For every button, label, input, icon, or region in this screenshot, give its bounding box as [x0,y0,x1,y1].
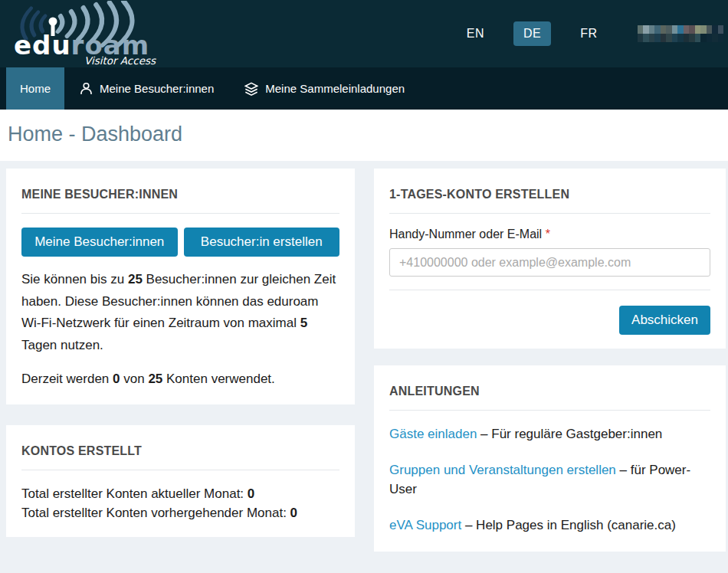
visitor-limit-text: Sie können bis zu 25 Besucher:innen zur … [21,269,339,356]
submit-button[interactable]: Abschicken [619,306,710,335]
required-asterisk: * [546,228,550,241]
used-accounts-count: 0 [113,372,120,386]
nav-item-bulk-invitations[interactable]: Meine Sammeleinladungen [229,67,420,110]
divider [21,213,339,214]
nav-item-home[interactable]: Home [6,67,64,110]
form-divider [389,290,710,290]
guide-item-groups-events: Gruppen und Veranstaltungen erstellen – … [389,460,710,499]
total-accounts-count: 25 [148,372,162,386]
page-title: Home - Dashboard [8,123,720,146]
main-nav: Home Meine Besucher:innen Meine Sammelei… [0,67,728,110]
max-visitors-count: 25 [128,272,143,286]
eva-support-link[interactable]: eVA Support [389,518,461,532]
language-switcher: EN DE FR [459,21,728,46]
divider [21,470,339,470]
title-band: Home - Dashboard [0,110,728,161]
current-month-count: 0 [248,486,254,501]
card-guides: ANLEITUNGEN Gäste einladen – Für regulär… [374,365,726,552]
lang-fr-button[interactable]: FR [572,21,605,46]
nav-home-label: Home [20,82,51,95]
card-accounts-created: KONTOS ERSTELLT Total erstellter Konten … [6,425,355,537]
app-header: eduroam Visitor Access EN DE FR [0,0,728,67]
form-footer: Abschicken [389,306,710,335]
card-my-visitors-heading: MEINE BESUCHER:INNEN [21,188,339,201]
create-visitor-button[interactable]: Besucher:in erstellen [184,228,340,257]
card-guides-heading: ANLEITUNGEN [389,385,710,398]
divider [389,213,710,214]
lang-en-button[interactable]: EN [459,21,492,46]
card-accounts-created-heading: KONTOS ERSTELLT [21,444,339,458]
guide-item-invite-guests: Gäste einladen – Für reguläre Gastgeber:… [389,424,710,444]
previous-month-count: 0 [290,506,297,520]
phone-email-input[interactable] [389,248,710,277]
eduroam-logo-graphic: eduroam Visitor Access [8,1,189,67]
left-column: MEINE BESUCHER:INNEN Meine Besucher:inne… [6,169,355,537]
nav-my-visitors-label: Meine Besucher:innen [100,82,214,95]
my-visitors-button[interactable]: Meine Besucher:innen [21,228,178,257]
stat-current-month: Total erstellter Konten aktueller Monat:… [21,484,339,504]
stat-previous-month: Total erstellter Konten vorhergehender M… [21,503,339,523]
card-one-day-account: 1-TAGES-KONTO ERSTELLEN Handy-Nummer ode… [374,169,726,349]
brand-tagline: Visitor Access [84,54,156,67]
invite-guests-link[interactable]: Gäste einladen [389,427,477,441]
card-my-visitors: MEINE BESUCHER:INNEN Meine Besucher:inne… [6,169,355,404]
right-column: 1-TAGES-KONTO ERSTELLEN Handy-Nummer ode… [374,169,726,552]
nav-bulk-label: Meine Sammeleinladungen [265,82,405,95]
guide-item-eva-support: eVA Support – Help Pages in English (can… [389,516,710,535]
dashboard-content: MEINE BESUCHER:INNEN Meine Besucher:inne… [0,161,728,573]
eduroam-logo: eduroam Visitor Access [8,1,189,70]
antenna-dot-icon [49,18,57,26]
nav-item-my-visitors[interactable]: Meine Besucher:innen [64,67,229,110]
max-days-count: 5 [300,316,307,330]
lang-de-button[interactable]: DE [513,21,551,46]
visitor-buttons-row: Meine Besucher:innen Besucher:in erstell… [21,228,339,257]
divider [389,410,710,411]
visitor-usage-text: Derzeit werden 0 von 25 Konten verwendet… [21,368,339,391]
groups-events-link[interactable]: Gruppen und Veranstaltungen erstellen [389,463,616,477]
phone-email-label: Handy-Nummer oder E-Mail * [389,228,710,241]
layers-icon [244,82,258,96]
redacted-user [638,25,724,42]
card-one-day-heading: 1-TAGES-KONTO ERSTELLEN [389,188,710,201]
person-icon [80,82,93,95]
